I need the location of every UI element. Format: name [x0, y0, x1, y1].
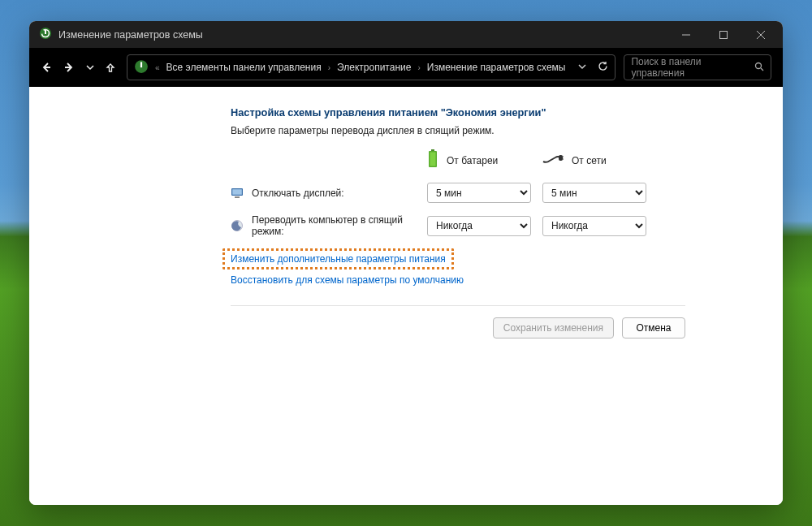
save-button[interactable]: Сохранить изменения: [493, 317, 614, 338]
recent-dropdown-button[interactable]: [86, 63, 94, 71]
row-display-off-label: Отключать дисплей:: [252, 188, 344, 199]
battery-icon: [427, 149, 438, 171]
svg-rect-15: [430, 153, 436, 166]
search-input[interactable]: Поиск в панели управления: [624, 54, 771, 80]
svg-rect-13: [431, 149, 434, 151]
navbar: « Все элементы панели управления › Элект…: [29, 48, 783, 87]
restore-defaults-link[interactable]: Восстановить для схемы параметры по умол…: [222, 269, 472, 291]
location-icon: [134, 59, 149, 76]
forward-button[interactable]: [63, 62, 75, 73]
content-area: Настройка схемы управления питанием "Эко…: [29, 87, 783, 505]
minimize-button[interactable]: [667, 21, 705, 48]
column-header-battery-label: От батареи: [447, 155, 498, 166]
window-controls: [667, 21, 780, 48]
row-display-off: Отключать дисплей: 5 мин 5 мин: [231, 183, 685, 203]
window-title: Изменение параметров схемы: [58, 29, 203, 41]
row-sleep-label: Переводить компьютер в спящий режим:: [252, 214, 406, 237]
svg-rect-10: [140, 62, 142, 67]
chevron-right-icon: ›: [417, 63, 420, 72]
display-off-plug-select[interactable]: 5 мин: [542, 183, 646, 203]
display-off-icon: [231, 187, 244, 200]
svg-rect-4: [720, 31, 728, 38]
svg-rect-20: [232, 189, 242, 195]
breadcrumb-item[interactable]: Все элементы панели управления: [166, 62, 322, 73]
sleep-battery-select[interactable]: Никогда: [427, 216, 531, 236]
column-header-battery: От батареи: [427, 149, 533, 171]
footer-buttons: Сохранить изменения Отмена: [231, 306, 685, 338]
cancel-button[interactable]: Отмена: [622, 317, 685, 338]
address-bar[interactable]: « Все элементы панели управления › Элект…: [127, 54, 615, 80]
breadcrumb-item[interactable]: Изменение параметров схемы: [427, 62, 566, 73]
sleep-plug-select[interactable]: Никогда: [542, 216, 646, 236]
refresh-button[interactable]: [598, 61, 608, 74]
up-button[interactable]: [106, 63, 115, 72]
breadcrumb: Все элементы панели управления › Электро…: [166, 62, 566, 73]
svg-point-11: [756, 63, 762, 68]
chevron-right-icon: ›: [328, 63, 330, 72]
back-button[interactable]: [41, 62, 52, 73]
row-sleep: Переводить компьютер в спящий режим: Ник…: [231, 214, 685, 237]
column-header-plug-label: От сети: [572, 155, 607, 166]
close-button[interactable]: [742, 21, 780, 48]
svg-rect-16: [559, 155, 563, 161]
svg-rect-21: [235, 196, 240, 198]
address-dropdown-button[interactable]: [578, 62, 586, 73]
svg-line-12: [761, 68, 763, 71]
display-off-battery-select[interactable]: 5 мин: [427, 183, 531, 203]
titlebar: Изменение параметров схемы: [29, 21, 783, 48]
plug-icon: [542, 153, 564, 167]
maximize-button[interactable]: [705, 21, 742, 48]
breadcrumb-root-chevron[interactable]: «: [155, 63, 160, 72]
sleep-icon: [231, 219, 244, 232]
page-title: Настройка схемы управления питанием "Эко…: [231, 106, 685, 119]
advanced-power-link[interactable]: Изменить дополнительные параметры питани…: [222, 248, 454, 269]
column-header-plug: От сети: [542, 153, 648, 167]
breadcrumb-item[interactable]: Электропитание: [337, 62, 411, 73]
search-icon: [754, 62, 764, 74]
control-panel-window: Изменение параметров схемы « Все элемент…: [29, 21, 783, 505]
search-placeholder: Поиск в панели управления: [631, 56, 754, 79]
page-subtitle: Выберите параметры перевода дисплея в сп…: [231, 125, 685, 136]
app-icon: [39, 27, 52, 42]
